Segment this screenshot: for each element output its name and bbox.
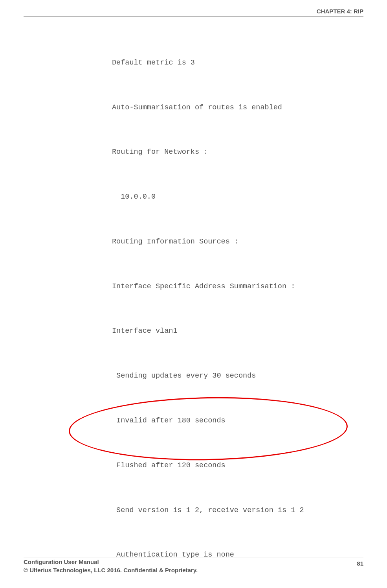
chapter-title: CHAPTER 4: RIP [317, 8, 363, 15]
code-line: Interface Specific Address Summarisation… [112, 279, 363, 294]
footer-rule [24, 557, 363, 557]
code-line: Flushed after 120 seconds [112, 458, 363, 473]
header-rule [24, 17, 363, 17]
code-line: Send version is 1 2, receive version is … [112, 503, 363, 518]
code-line: Sending updates every 30 seconds [112, 369, 363, 383]
code-line: Routing for Networks : [112, 145, 363, 160]
code-line: Default metric is 3 [112, 55, 363, 70]
code-output-block-1: Default metric is 3 Auto-Summarisation o… [112, 26, 363, 588]
footer-copyright: © Ulterius Technologies, LLC 2016. Confi… [24, 566, 198, 574]
code-line: Interface vlan1 [112, 324, 363, 339]
code-line: Invalid after 180 seconds [112, 413, 363, 428]
footer-page-number: 81 [357, 560, 363, 567]
code-line: Routing Information Sources : [112, 234, 363, 249]
footer-left: Configuration User Manual © Ulterius Tec… [24, 558, 198, 574]
footer-manual-title: Configuration User Manual [24, 558, 198, 566]
code-line: 10.0.0.0 [112, 190, 363, 205]
code-line: Auto-Summarisation of routes is enabled [112, 100, 363, 115]
page-content: Default metric is 3 Auto-Summarisation o… [112, 26, 363, 588]
